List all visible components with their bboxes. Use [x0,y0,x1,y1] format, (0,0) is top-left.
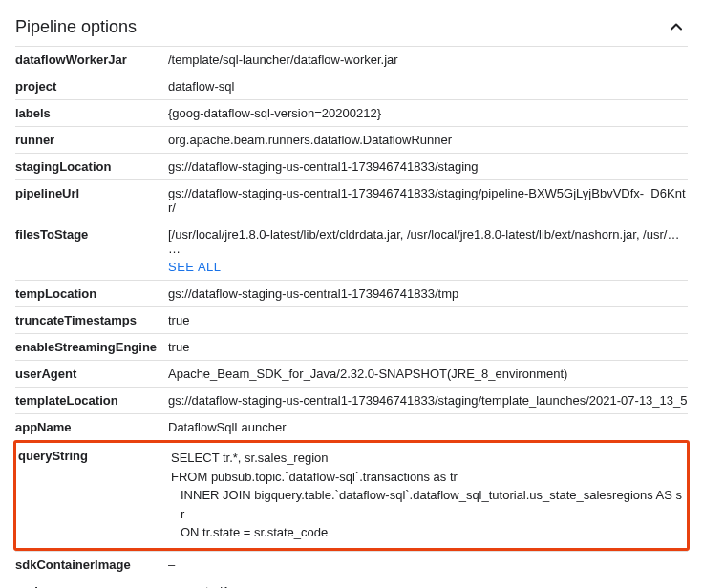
option-key: project [15,79,168,94]
option-key: labels [15,106,168,120]
option-value: /template/sql-launcher/dataflow-worker.j… [168,52,688,67]
option-key: region [15,584,168,589]
collapse-toggle[interactable] [665,15,688,38]
option-value-text: [/usr/local/jre1.8.0-latest/lib/ext/cldr… [168,227,688,242]
option-value: SELECT tr.*, sr.sales_region FROM pubsub… [171,449,685,542]
option-row: templateLocation gs://dataflow-staging-u… [15,387,688,413]
option-key: truncateTimestamps [15,313,168,327]
option-key: queryString [18,449,171,463]
option-key: tempLocation [15,286,168,301]
option-key: runner [15,133,168,147]
option-row: stagingLocation gs://dataflow-staging-us… [15,153,688,179]
option-value: – [168,557,688,572]
option-key: templateLocation [15,393,168,408]
section-header: Pipeline options [15,15,688,46]
option-row-highlighted: queryString SELECT tr.*, sr.sales_region… [13,440,690,551]
option-value-ellipsis: … [168,242,688,256]
option-key: dataflowWorkerJar [15,52,168,67]
option-row: filesToStage [/usr/local/jre1.8.0-latest… [15,220,688,280]
option-row: region us-central1 [15,578,688,589]
option-key: appName [15,420,168,434]
option-value: gs://dataflow-staging-us-central1-173946… [168,286,688,301]
option-row: appName DataflowSqlLauncher [15,413,688,440]
option-key: enableStreamingEngine [15,340,168,354]
option-row: runner org.apache.beam.runners.dataflow.… [15,126,688,153]
option-value: Apache_Beam_SDK_for_Java/2.32.0-SNAPSHOT… [168,367,688,381]
option-key: sdkContainerImage [15,557,168,572]
option-value: true [168,340,688,354]
option-row: truncateTimestamps true [15,306,688,333]
option-value: gs://dataflow-staging-us-central1-173946… [168,186,688,215]
query-line: SELECT tr.*, sr.sales_region [171,449,685,468]
option-row: project dataflow-sql [15,73,688,99]
option-value: {goog-dataflow-sql-version=20200212} [168,106,688,120]
query-line: FROM pubsub.topic.`dataflow-sql`.transac… [171,468,685,487]
option-value: gs://dataflow-staging-us-central1-173946… [168,159,688,174]
see-all-button[interactable]: SEE ALL [168,260,222,274]
option-row: sdkContainerImage – [15,551,688,578]
option-key: userAgent [15,367,168,381]
option-key: filesToStage [15,227,168,242]
option-row: pipelineUrl gs://dataflow-staging-us-cen… [15,179,688,220]
query-line: INNER JOIN bigquery.table.`dataflow-sql`… [171,486,685,523]
option-value: true [168,313,688,327]
option-value: [/usr/local/jre1.8.0-latest/lib/ext/cldr… [168,227,688,274]
option-value: gs://dataflow-staging-us-central1-173946… [168,393,688,408]
option-key: pipelineUrl [15,186,168,200]
chevron-up-icon [667,17,686,36]
option-value: dataflow-sql [168,79,688,94]
option-row: tempLocation gs://dataflow-staging-us-ce… [15,280,688,306]
option-row: enableStreamingEngine true [15,333,688,360]
page-title: Pipeline options [15,17,137,37]
option-key: stagingLocation [15,159,168,174]
option-value: org.apache.beam.runners.dataflow.Dataflo… [168,133,688,147]
option-row: dataflowWorkerJar /template/sql-launcher… [15,46,688,73]
option-value: us-central1 [168,584,688,589]
query-line: ON tr.state = sr.state_code [171,523,685,542]
option-row: labels {goog-dataflow-sql-version=202002… [15,99,688,126]
option-row: userAgent Apache_Beam_SDK_for_Java/2.32.… [15,360,688,387]
option-value: DataflowSqlLauncher [168,420,688,434]
